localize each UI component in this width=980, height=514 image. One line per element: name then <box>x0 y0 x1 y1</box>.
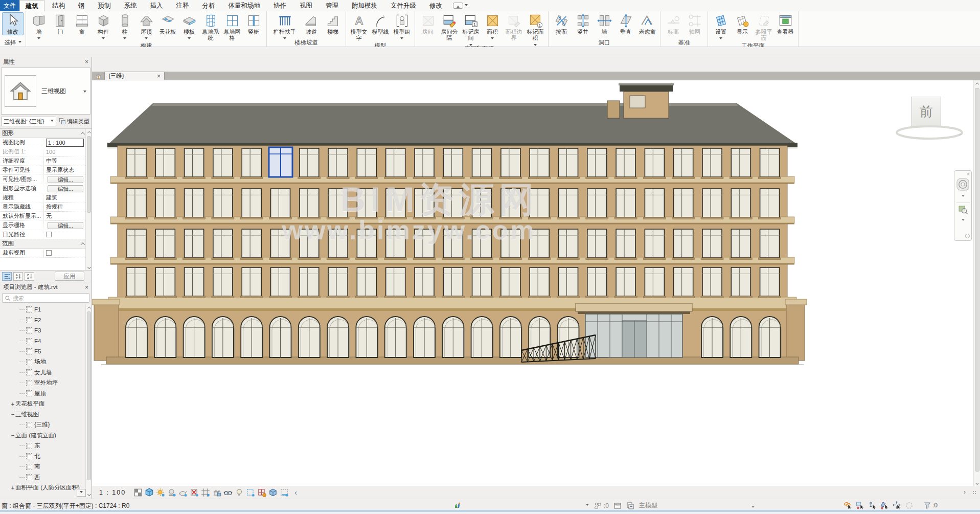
drag-elements-on-selection-icon[interactable] <box>893 501 901 510</box>
ribbon-tab-6[interactable]: 插入 <box>145 0 169 11</box>
browser-tree-item[interactable]: −立面 (建筑立面) <box>0 430 92 441</box>
navbar-minimize-icon[interactable] <box>965 234 970 238</box>
ribbon-tab-14[interactable]: 文件升级 <box>385 0 422 11</box>
browser-tree-item[interactable]: 女儿墙 <box>0 367 92 378</box>
floor-button[interactable]: 楼板 <box>178 12 200 38</box>
filter-button[interactable]: :0 <box>923 501 938 509</box>
resize-grip[interactable] <box>972 490 976 495</box>
property-value[interactable]: 1 : 100 <box>44 139 85 147</box>
navigation-bar[interactable]: × <box>954 170 972 241</box>
column-button[interactable]: 柱 <box>114 12 135 38</box>
set-workplane-button[interactable]: 设置 <box>710 12 732 38</box>
instance-selector[interactable]: 三维视图: {三维} <box>1 117 56 126</box>
chevron-down-icon[interactable] <box>586 504 589 507</box>
roof-button[interactable]: 屋顶 <box>135 12 157 38</box>
property-value[interactable]: 编辑... <box>44 185 85 192</box>
tag-room-button[interactable]: 1标记房间 <box>460 12 482 45</box>
drawing-area[interactable]: BIM资源网 www.bimzyw.com 前 × <box>92 80 973 486</box>
sort-by-group-button[interactable] <box>2 272 12 281</box>
show-analytical-model-icon[interactable] <box>257 488 266 497</box>
show-constraints-icon[interactable] <box>280 488 289 497</box>
ribbon-tab-8[interactable]: 分析 <box>197 0 221 11</box>
property-value[interactable] <box>44 250 85 256</box>
canvas-vertical-scrollbar[interactable] <box>973 80 980 486</box>
unlocked-3d-view-icon[interactable] <box>212 488 221 497</box>
curtain-grid-button[interactable]: 幕墙网格 <box>221 12 243 42</box>
temporary-view-properties-icon[interactable] <box>246 488 255 497</box>
ribbon-tab-11[interactable]: 视图 <box>294 0 318 11</box>
property-value-input[interactable]: 1 : 100 <box>46 139 84 147</box>
property-section-header[interactable]: 图形 <box>0 129 92 138</box>
browser-tree-item[interactable]: +天花板平面 <box>0 399 92 410</box>
ribbon-tab-5[interactable]: 系统 <box>119 0 143 11</box>
railing-button[interactable]: 栏杆扶手 <box>269 12 301 38</box>
model-line-button[interactable]: 模型线 <box>370 12 391 35</box>
temporary-hide-isolate-icon[interactable] <box>223 488 233 497</box>
checkbox[interactable] <box>46 250 52 256</box>
ribbon-tab-9[interactable]: 体量和场地 <box>223 0 266 11</box>
model-group-button[interactable]: 模型组 <box>391 12 413 38</box>
ribbon-group-label[interactable]: 洞口 <box>550 38 659 47</box>
tag-area-button[interactable]: 1标记面积 <box>525 12 546 45</box>
vertical-opening-button[interactable]: 垂直 <box>615 12 636 35</box>
browser-tree-item[interactable]: F3 <box>0 325 92 336</box>
project-browser-close-icon[interactable]: × <box>85 284 88 290</box>
editing-requests-button[interactable]: :0 <box>594 502 609 510</box>
browser-tree-item[interactable]: {三维} <box>0 420 92 431</box>
select-pinned-elements-icon[interactable] <box>868 501 877 510</box>
wall-opening-button[interactable]: 墙 <box>594 12 615 35</box>
visual-style-icon[interactable] <box>145 488 154 497</box>
steering-wheel-icon[interactable] <box>956 177 970 191</box>
sun-path-icon[interactable] <box>156 488 165 497</box>
browser-tree-item[interactable]: 北 <box>0 451 92 462</box>
active-design-option-label[interactable]: 主模型 <box>639 501 657 510</box>
zoom-icon[interactable] <box>958 204 969 215</box>
viewcube-front-face[interactable]: 前 <box>911 97 941 126</box>
show-crop-region-icon[interactable] <box>201 488 210 497</box>
browser-tree-item[interactable]: 东 <box>0 441 92 452</box>
background-processes-icon[interactable] <box>905 501 914 510</box>
ribbon-display-toggle[interactable] <box>453 0 468 11</box>
tree-expander-icon[interactable]: − <box>10 432 15 438</box>
room-separator-button[interactable]: 房间分隔 <box>439 12 460 42</box>
view-tab[interactable]: {三维} × <box>104 72 165 80</box>
ribbon-tab-1[interactable]: 建筑 <box>19 0 44 12</box>
edit-type-button[interactable]: 编辑类型 <box>58 118 90 125</box>
ramp-button[interactable]: 坡道 <box>301 12 322 35</box>
wheel-options-chevron[interactable] <box>962 193 965 200</box>
browser-tree-item[interactable]: 屋顶 <box>0 388 92 399</box>
browser-tree-item[interactable]: 南 <box>0 462 92 473</box>
select-elements-by-face-icon[interactable] <box>880 501 889 510</box>
crop-view-icon[interactable] <box>190 488 199 497</box>
horizontal-scrollbar-right-arrow[interactable]: › <box>964 488 966 496</box>
curtain-system-button[interactable]: 幕墙系统 <box>200 12 221 42</box>
property-value[interactable]: 无 <box>44 212 85 220</box>
sort-ascending-button[interactable]: AZ <box>13 272 23 281</box>
shaft-button[interactable]: 竖井 <box>572 12 594 35</box>
property-value[interactable]: 显示原状态 <box>44 166 85 174</box>
tree-expander-icon[interactable]: + <box>10 401 15 407</box>
apply-button[interactable]: 应用 <box>55 272 84 281</box>
property-value[interactable]: 编辑... <box>44 222 85 229</box>
browser-bottom-chevron[interactable] <box>77 489 86 497</box>
building-3d-model[interactable] <box>92 80 973 486</box>
modify-cursor-button[interactable]: 修改 <box>2 12 24 35</box>
property-value[interactable]: 编辑... <box>44 176 85 183</box>
design-options-icon[interactable] <box>626 502 634 510</box>
collapse-section-icon[interactable] <box>81 242 85 247</box>
property-value[interactable]: 建筑 <box>44 194 85 202</box>
reveal-hidden-elements-icon[interactable] <box>235 488 244 497</box>
viewbar-collapse-icon[interactable]: ‹ <box>294 488 297 497</box>
ribbon-tab-13[interactable]: 附加模块 <box>346 0 383 11</box>
model-text-button[interactable]: A模型文字 <box>348 12 370 42</box>
view-tab-close-icon[interactable]: × <box>157 73 161 79</box>
view-scale-button[interactable]: 1 : 100 <box>99 489 126 496</box>
highlight-displacement-sets-icon[interactable] <box>268 488 278 497</box>
ribbon-group-label[interactable]: 基准 <box>662 38 706 47</box>
checkbox[interactable] <box>46 232 52 237</box>
edit-button[interactable]: 编辑... <box>48 222 83 229</box>
zoom-options-chevron[interactable] <box>962 217 965 224</box>
type-selector[interactable]: 三维视图 <box>1 68 90 115</box>
browser-tree-item[interactable]: 西 <box>0 472 92 483</box>
file-menu-button[interactable]: 文件 <box>0 0 19 11</box>
